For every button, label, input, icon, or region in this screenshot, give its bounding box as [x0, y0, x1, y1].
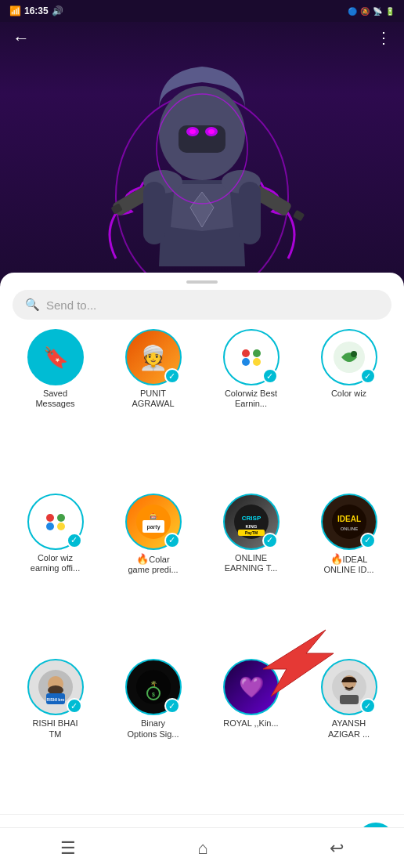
- check-badge-punit: ✓: [164, 368, 180, 384]
- avatar-wrapper-colar-game: 🎰 party ✓: [125, 494, 182, 550]
- contact-ideal-online[interactable]: IDEAL ONLINE ✓ 🔥IDEAL ONLINE ID...: [303, 494, 395, 650]
- svg-point-24: [351, 351, 357, 357]
- check-badge-ayansh: ✓: [360, 698, 376, 714]
- avatar-saved: 🔖: [27, 329, 84, 385]
- contact-colorwiz-best[interactable]: ✓ Colorwiz Best Earnin...: [205, 329, 297, 484]
- contact-name-colar-game: 🔥Colar game predi...: [125, 553, 182, 576]
- contact-online-earning[interactable]: CRISP KING PayTM ✓ ONLINE EARNING T...: [205, 494, 297, 650]
- hero-section: ← ⋮: [0, 0, 404, 313]
- online-earning-logo: CRISP KING PayTM: [234, 505, 269, 539]
- search-bar[interactable]: 🔍 Send to...: [13, 290, 391, 320]
- back-button[interactable]: ←: [13, 28, 30, 49]
- svg-rect-9: [239, 182, 261, 244]
- svg-text:party: party: [146, 524, 160, 530]
- avatar-wrapper-punit: 👳 ✓: [125, 329, 182, 385]
- rishi-avatar: RISHI bro: [38, 670, 73, 704]
- flame-icon: 🔥: [136, 553, 149, 565]
- svg-text:KING: KING: [245, 524, 257, 529]
- drag-handle: [186, 280, 218, 284]
- contact-colorwiz-earn[interactable]: ✓ Color wiz earning offi...: [9, 494, 101, 650]
- avatar-wrapper-saved: 🔖: [27, 329, 84, 385]
- svg-point-19: [242, 349, 250, 357]
- contact-rishi-bhai[interactable]: RISHI bro ✓ RISHI BHAI TM: [9, 659, 101, 814]
- volume-icon: 🔕: [360, 7, 370, 16]
- time: 16:35: [24, 5, 49, 16]
- svg-point-18: [236, 342, 267, 373]
- contact-name-royal-kin: ROYAL ,,Kin...: [223, 718, 278, 729]
- svg-point-16: [208, 129, 215, 134]
- contact-colorwiz[interactable]: ✓ Color wiz: [303, 329, 395, 484]
- signal-icon: 📶: [9, 5, 21, 16]
- ninja-character: [92, 39, 312, 290]
- colorwiz2-logo: [332, 340, 366, 374]
- colorwiz-earn-logo: [38, 505, 73, 539]
- contact-name-binary: Binary Options Sig...: [125, 718, 182, 739]
- ideal-logo: IDEAL ONLINE: [332, 505, 366, 539]
- svg-text:🎰: 🎰: [150, 512, 157, 520]
- signal-bars: 📡: [373, 7, 382, 16]
- check-badge-online-earning: ✓: [262, 533, 278, 548]
- avatar-royal-kin: 💜: [223, 659, 280, 715]
- svg-rect-8: [143, 182, 165, 244]
- bookmark-icon: 🔖: [43, 345, 68, 370]
- menu-button[interactable]: ⋮: [376, 28, 391, 47]
- svg-text:RISHI bro: RISHI bro: [46, 697, 64, 702]
- check-badge-colar-game: ✓: [164, 533, 180, 548]
- avatar-wrapper-colorwiz-best: ✓: [223, 329, 280, 385]
- svg-point-25: [40, 506, 71, 537]
- contact-name-saved: Saved Messages: [27, 389, 84, 409]
- avatar-wrapper-binary: 🌴 $ ✓: [125, 659, 182, 715]
- contact-royal-kin[interactable]: 💜 ROYAL ,,Kin...: [205, 659, 297, 814]
- colorwiz-logo: [234, 340, 269, 374]
- contact-colar-game[interactable]: 🎰 party ✓ 🔥Colar game predi...: [107, 494, 199, 650]
- contact-name-rishi-bhai: RISHI BHAI TM: [27, 718, 84, 739]
- nav-bar: ☰ ⌂ ↩: [0, 827, 404, 868]
- avatar-wrapper-rishi-bhai: RISHI bro ✓: [27, 659, 84, 715]
- contacts-grid: 🔖 Saved Messages 👳 ✓ PUNIT AGRAWAL: [0, 329, 404, 814]
- svg-text:ONLINE: ONLINE: [340, 526, 358, 531]
- svg-text:$: $: [152, 692, 155, 698]
- svg-point-21: [242, 358, 250, 366]
- svg-point-22: [253, 358, 261, 366]
- svg-point-28: [46, 523, 54, 530]
- avatar-wrapper-colorwiz: ✓: [321, 329, 377, 385]
- contact-ayansh[interactable]: ✓ AYANSH AZIGAR ...: [303, 659, 395, 814]
- contact-name-colorwiz-earn: Color wiz earning offi...: [27, 553, 84, 573]
- check-badge-binary: ✓: [164, 698, 180, 714]
- svg-point-15: [189, 129, 196, 134]
- svg-point-29: [57, 523, 65, 530]
- svg-point-27: [57, 514, 65, 522]
- status-right: 🔵 🔕 📡 🔋: [348, 7, 395, 16]
- contact-saved-messages[interactable]: 🔖 Saved Messages: [9, 329, 101, 484]
- nav-back-icon[interactable]: ↩: [330, 838, 344, 859]
- punit-icon: 👳: [139, 344, 168, 371]
- avatar-wrapper-ideal-online: IDEAL ONLINE ✓: [321, 494, 377, 550]
- avatar-wrapper-royal-kin: 💜: [223, 659, 280, 715]
- nav-menu-icon[interactable]: ☰: [60, 838, 76, 859]
- binary-logo: 🌴 $: [136, 670, 171, 704]
- purple-heart-icon: 💜: [239, 675, 264, 700]
- contact-binary[interactable]: 🌴 $ ✓ Binary Options Sig...: [107, 659, 199, 814]
- check-badge-ideal-online: ✓: [360, 533, 376, 548]
- svg-rect-4: [293, 210, 305, 222]
- bluetooth-icon: 🔵: [348, 7, 357, 16]
- audio-icon: 🔊: [52, 5, 63, 16]
- check-badge-colorwiz: ✓: [360, 368, 376, 384]
- status-left: 📶 16:35 🔊: [9, 5, 63, 16]
- svg-rect-53: [340, 695, 359, 704]
- battery-icon: 🔋: [385, 7, 395, 16]
- ayansh-avatar: [332, 670, 366, 704]
- search-placeholder: Send to...: [46, 298, 96, 312]
- colar-logo: 🎰 party: [136, 505, 171, 539]
- contact-punit[interactable]: 👳 ✓ PUNIT AGRAWAL: [107, 329, 199, 484]
- contact-name-colorwiz: Color wiz: [331, 389, 366, 399]
- svg-text:IDEAL: IDEAL: [337, 515, 361, 523]
- bottom-sheet: 🔍 Send to... 🔖 Saved Messages 👳 ✓ PUNIT …: [0, 273, 404, 868]
- contact-name-ayansh: AYANSH AZIGAR ...: [321, 718, 377, 739]
- svg-rect-12: [179, 125, 225, 153]
- avatar-wrapper-online-earning: CRISP KING PayTM ✓: [223, 494, 280, 550]
- status-bar: 📶 16:35 🔊 🔵 🔕 📡 🔋: [0, 0, 404, 22]
- flame-icon2: 🔥: [330, 553, 343, 565]
- svg-text:PayTM: PayTM: [244, 530, 257, 535]
- nav-home-icon[interactable]: ⌂: [197, 838, 207, 859]
